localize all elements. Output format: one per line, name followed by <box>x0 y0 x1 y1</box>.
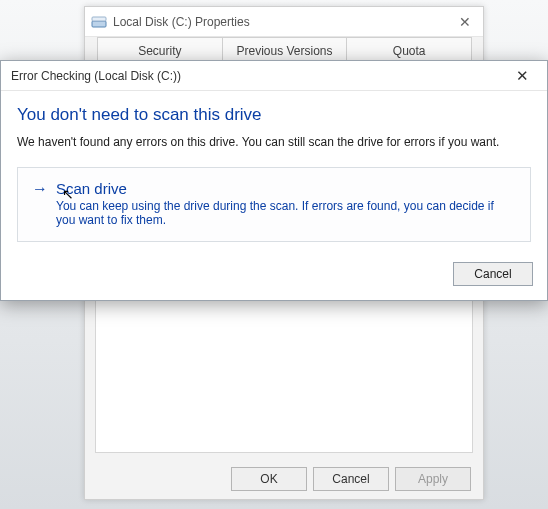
apply-button: Apply <box>395 467 471 491</box>
dialog-close-icon[interactable]: ✕ <box>507 67 537 85</box>
properties-titlebar[interactable]: Local Disk (C:) Properties ✕ <box>85 7 483 37</box>
properties-close-icon[interactable]: ✕ <box>453 14 477 30</box>
svg-rect-0 <box>92 21 106 27</box>
dialog-cancel-button[interactable]: Cancel <box>453 262 533 286</box>
properties-button-row: OK Cancel Apply <box>231 467 471 491</box>
scan-drive-option[interactable]: → Scan drive You can keep using the driv… <box>17 167 531 242</box>
drive-icon <box>91 14 107 30</box>
scan-drive-title: Scan drive <box>56 180 127 197</box>
scan-drive-desc: You can keep using the drive during the … <box>56 199 516 227</box>
dialog-titlebar[interactable]: Error Checking (Local Disk (C:)) ✕ <box>1 61 547 91</box>
dialog-body: You don't need to scan this drive We hav… <box>1 91 547 252</box>
dialog-title: Error Checking (Local Disk (C:)) <box>11 69 181 83</box>
dialog-headline: You don't need to scan this drive <box>17 105 531 125</box>
svg-rect-1 <box>92 17 106 21</box>
cancel-button[interactable]: Cancel <box>313 467 389 491</box>
arrow-right-icon: → <box>32 181 48 197</box>
error-checking-dialog: Error Checking (Local Disk (C:)) ✕ You d… <box>0 60 548 301</box>
properties-title: Local Disk (C:) Properties <box>113 15 250 29</box>
ok-button[interactable]: OK <box>231 467 307 491</box>
dialog-message: We haven't found any errors on this driv… <box>17 135 531 149</box>
dialog-button-row: Cancel <box>1 252 547 300</box>
